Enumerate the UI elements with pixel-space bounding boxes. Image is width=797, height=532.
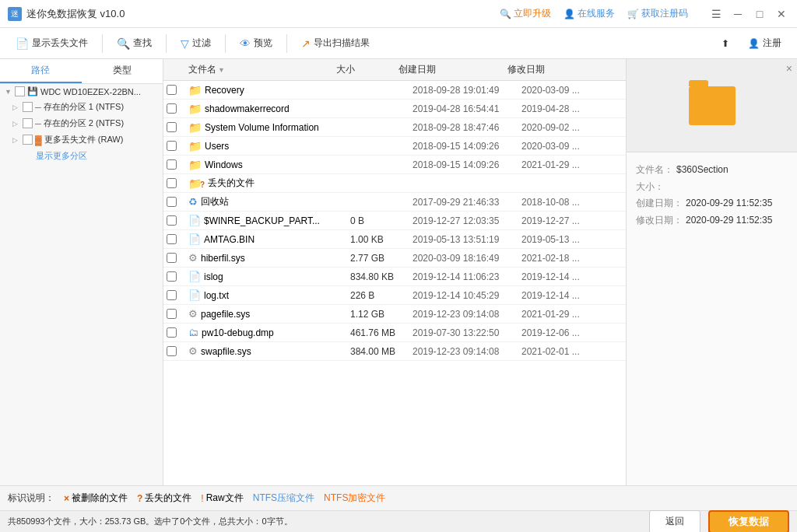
separator-1 bbox=[102, 34, 103, 53]
row-checkbox[interactable] bbox=[167, 141, 177, 151]
rp-close-btn[interactable]: × bbox=[786, 62, 792, 75]
row-created: 2019-12-14 11:06:23 bbox=[413, 271, 521, 282]
tree-partition-1[interactable]: ▷ ─ 存在的分区 1 (NTFS) bbox=[0, 99, 163, 115]
legend-ntfs-zip: NTFS压缩文件 bbox=[253, 492, 314, 505]
register-btn[interactable]: 👤 注册 bbox=[740, 33, 789, 53]
row-checkbox[interactable] bbox=[167, 346, 177, 356]
table-row[interactable]: 📁 Windows 2018-09-15 14:09:26 2021-01-29… bbox=[163, 156, 626, 174]
row-check[interactable] bbox=[167, 253, 188, 263]
row-checkbox[interactable] bbox=[167, 271, 177, 282]
table-row[interactable]: 📁? 丢失的文件 bbox=[163, 174, 626, 193]
row-check[interactable] bbox=[167, 290, 188, 300]
row-check[interactable] bbox=[167, 197, 188, 207]
recover-button[interactable]: 恢复数据 bbox=[708, 510, 789, 533]
table-row[interactable]: ⚙ hiberfil.sys 2.77 GB 2020-03-09 18:16:… bbox=[163, 249, 626, 268]
p1-checkbox[interactable] bbox=[23, 102, 33, 112]
show-lost-btn[interactable]: 📄 显示丢失文件 bbox=[8, 33, 96, 53]
row-name: 📁 System Volume Information bbox=[188, 121, 350, 134]
row-checkbox[interactable] bbox=[167, 253, 177, 263]
table-row[interactable]: 📁 Recovery 2018-09-28 19:01:49 2020-03-0… bbox=[163, 81, 626, 100]
row-created: 2018-09-28 19:01:49 bbox=[413, 85, 521, 96]
table-row[interactable]: ⚙ swapfile.sys 384.00 MB 2019-12-23 09:1… bbox=[163, 342, 626, 361]
minimize-btn[interactable]: ─ bbox=[730, 6, 746, 22]
folder-icon: 📁 bbox=[188, 159, 202, 171]
th-created: 创建日期 bbox=[398, 63, 507, 76]
export-btn[interactable]: ↗ 导出扫描结果 bbox=[293, 33, 377, 53]
table-row[interactable]: 🗂 pw10-debug.dmp 461.76 MB 2019-07-30 13… bbox=[163, 324, 626, 342]
row-check[interactable] bbox=[167, 215, 188, 226]
table-row[interactable]: 📄 islog 834.80 KB 2019-12-14 11:06:23 20… bbox=[163, 268, 626, 286]
row-checkbox[interactable] bbox=[167, 327, 177, 338]
get-key-btn[interactable]: 🛒 获取注册码 bbox=[627, 7, 688, 20]
row-check[interactable] bbox=[167, 309, 188, 319]
row-name: ⚙ hiberfil.sys bbox=[188, 252, 350, 264]
tree-root[interactable]: ▼ 💾 WDC WD10EZEX-22BN... bbox=[0, 84, 163, 99]
filter-btn[interactable]: ▽ 过滤 bbox=[173, 33, 219, 53]
table-row[interactable]: 📄 AMTAG.BIN 1.00 KB 2019-05-13 13:51:19 … bbox=[163, 230, 626, 249]
tree-partition-lost[interactable]: ▷ ▓ 更多丢失文件 (RAW) bbox=[0, 131, 163, 148]
row-checkbox[interactable] bbox=[167, 215, 177, 226]
back-button[interactable]: 返回 bbox=[649, 510, 700, 533]
row-checkbox[interactable] bbox=[167, 159, 177, 170]
plost-checkbox[interactable] bbox=[23, 135, 33, 145]
expand-icon: ▷ bbox=[12, 136, 20, 144]
table-row[interactable]: 📁 shadowmakerrecord 2019-04-28 16:54:41 … bbox=[163, 100, 626, 118]
row-checkbox[interactable] bbox=[167, 234, 177, 244]
p2-checkbox[interactable] bbox=[23, 118, 33, 128]
row-name: ⚙ swapfile.sys bbox=[188, 345, 350, 357]
row-check[interactable] bbox=[167, 122, 188, 132]
table-row[interactable]: ⚙ pagefile.sys 1.12 GB 2019-12-23 09:14:… bbox=[163, 305, 626, 324]
upgrade-btn[interactable]: 🔍 立即升级 bbox=[500, 7, 551, 20]
show-more-partitions[interactable]: 显示更多分区 bbox=[0, 148, 163, 164]
row-created: 2019-04-28 16:54:41 bbox=[413, 103, 521, 114]
row-modified: 2019-12-27 ... bbox=[521, 215, 623, 226]
titlebar-right: 🔍 立即升级 👤 在线服务 🛒 获取注册码 ☰ ─ □ ✕ bbox=[500, 6, 789, 22]
table-header: 文件名 ▼ 大小 创建日期 修改日期 bbox=[163, 59, 626, 81]
row-check[interactable] bbox=[167, 85, 188, 95]
row-check[interactable] bbox=[167, 346, 188, 356]
online-service-btn[interactable]: 👤 在线服务 bbox=[564, 7, 615, 20]
row-checkbox[interactable] bbox=[167, 290, 177, 300]
row-checkbox[interactable] bbox=[167, 197, 177, 207]
row-check[interactable] bbox=[167, 141, 188, 151]
separator-3 bbox=[225, 34, 226, 53]
table-row[interactable]: ♻ 回收站 2017-09-29 21:46:33 2018-10-08 ... bbox=[163, 193, 626, 212]
row-checkbox[interactable] bbox=[167, 122, 177, 132]
tree-partition-2[interactable]: ▷ ─ 存在的分区 2 (NTFS) bbox=[0, 115, 163, 131]
row-modified: 2021-02-18 ... bbox=[521, 253, 623, 264]
file-icon: 📄 bbox=[188, 215, 201, 226]
row-checkbox[interactable] bbox=[167, 309, 177, 319]
close-btn[interactable]: ✕ bbox=[774, 6, 789, 22]
expand-icon: ▷ bbox=[12, 103, 20, 111]
status-text: 共850993个文件，大小：253.73 GB。选中了0个文件，总共大小：0字节… bbox=[8, 516, 293, 527]
menu-btn[interactable]: ☰ bbox=[708, 6, 724, 22]
sidebar-tabs: 路径 类型 bbox=[0, 59, 163, 84]
table-row[interactable]: 📄 log.txt 226 B 2019-12-14 10:45:29 2019… bbox=[163, 286, 626, 305]
maximize-btn[interactable]: □ bbox=[752, 6, 767, 22]
row-check[interactable] bbox=[167, 271, 188, 282]
row-checkbox[interactable] bbox=[167, 103, 177, 114]
row-name: 📁 Windows bbox=[188, 159, 350, 171]
show-lost-icon: 📄 bbox=[16, 37, 29, 50]
row-check[interactable] bbox=[167, 103, 188, 114]
row-created: 2018-09-28 18:47:46 bbox=[413, 122, 521, 133]
share-btn[interactable]: ⬆ bbox=[714, 35, 737, 52]
legend-lost: ? 丢失的文件 bbox=[137, 492, 191, 505]
row-check[interactable] bbox=[167, 327, 188, 338]
preview-btn[interactable]: 👁 预览 bbox=[232, 33, 280, 53]
tab-path[interactable]: 路径 bbox=[0, 59, 82, 83]
tab-type[interactable]: 类型 bbox=[82, 59, 163, 83]
row-checkbox[interactable] bbox=[167, 85, 177, 95]
th-name[interactable]: 文件名 ▼ bbox=[188, 63, 336, 76]
sys-icon: ⚙ bbox=[188, 252, 198, 264]
row-check[interactable] bbox=[167, 234, 188, 244]
row-checkbox[interactable] bbox=[167, 178, 177, 188]
table-row[interactable]: 📁 Users 2018-09-15 14:09:26 2020-03-09 .… bbox=[163, 137, 626, 156]
row-modified: 2021-02-01 ... bbox=[521, 346, 623, 357]
root-checkbox[interactable] bbox=[15, 86, 25, 96]
table-row[interactable]: 📄 $WINRE_BACKUP_PART... 0 B 2019-12-27 1… bbox=[163, 212, 626, 230]
find-btn[interactable]: 🔍 查找 bbox=[109, 33, 160, 53]
row-check[interactable] bbox=[167, 178, 188, 188]
row-check[interactable] bbox=[167, 159, 188, 170]
table-row[interactable]: 📁 System Volume Information 2018-09-28 1… bbox=[163, 118, 626, 137]
